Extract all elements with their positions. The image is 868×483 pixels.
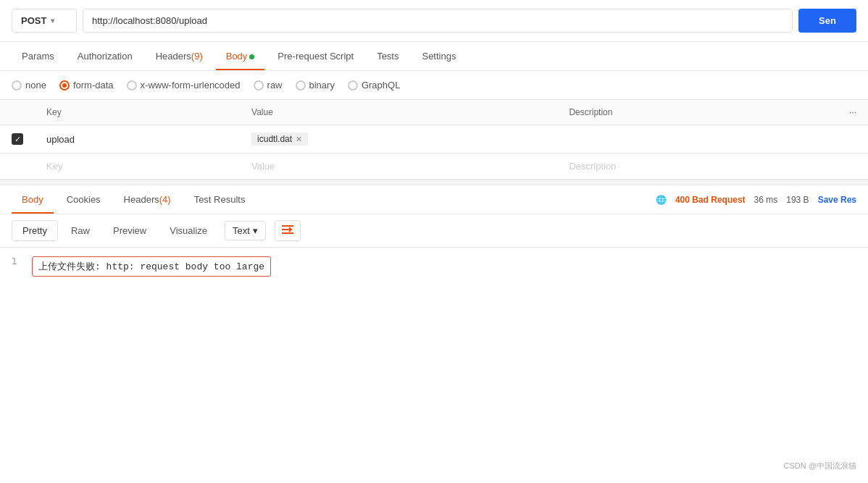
format-tab-visualize[interactable]: Visualize (159, 221, 217, 240)
wrap-icon (281, 224, 294, 235)
desc-placeholder: Description (569, 161, 616, 172)
response-status-bar: 🌐 400 Bad Request 36 ms 193 B Save Res (656, 195, 856, 205)
tab-tests[interactable]: Tests (367, 42, 409, 70)
response-text: 上传文件失败: http: request body too large (32, 256, 271, 277)
tab-cookies[interactable]: Cookies (57, 185, 111, 214)
option-raw[interactable]: raw (254, 80, 283, 91)
key-placeholder: Key (46, 161, 62, 172)
line-number: 1 (12, 256, 23, 266)
format-tab-pretty[interactable]: Pretty (12, 220, 58, 241)
option-urlencoded[interactable]: x-www-form-urlencoded (127, 80, 241, 91)
tab-authorization[interactable]: Authorization (67, 42, 143, 70)
tab-settings[interactable]: Settings (412, 42, 466, 70)
format-select[interactable]: Text ▾ (225, 221, 266, 240)
empty-more (838, 154, 868, 180)
tab-test-results[interactable]: Test Results (184, 185, 256, 214)
response-format-bar: Pretty Raw Preview Visualize Text ▾ (0, 214, 868, 248)
tab-params[interactable]: Params (12, 42, 64, 70)
tab-response-headers[interactable]: Headers(4) (114, 185, 181, 214)
tab-body[interactable]: Body (216, 42, 265, 70)
radio-raw (254, 80, 264, 91)
option-none[interactable]: none (12, 80, 46, 91)
option-form-data[interactable]: form-data (59, 80, 114, 91)
row-checkbox[interactable]: ✓ (0, 125, 35, 154)
radio-graphql (348, 80, 358, 91)
response-time: 36 ms (754, 195, 778, 205)
send-button[interactable]: Sen (798, 9, 856, 33)
url-bar: POST ▾ Sen (0, 0, 868, 42)
file-tag-close-icon[interactable]: ✕ (296, 135, 302, 144)
value-placeholder: Value (251, 161, 275, 172)
format-chevron-icon: ▾ (253, 225, 258, 236)
option-binary[interactable]: binary (296, 80, 335, 91)
status-badge: 400 Bad Request (675, 195, 746, 205)
col-key: Key (35, 100, 240, 125)
empty-row: Key Value Description (0, 154, 868, 180)
body-dot-icon (249, 54, 254, 59)
wrap-button[interactable] (275, 220, 301, 241)
table-row: ✓ upload icudtl.dat ✕ (0, 125, 868, 154)
format-tab-raw[interactable]: Raw (61, 221, 100, 240)
format-select-label: Text (233, 225, 250, 236)
format-tab-preview[interactable]: Preview (103, 221, 157, 240)
empty-description[interactable]: Description (557, 154, 838, 180)
radio-none (12, 80, 22, 91)
method-chevron-icon: ▾ (51, 17, 54, 25)
response-tabs-bar: Body Cookies Headers(4) Test Results 🌐 4… (0, 185, 868, 214)
option-graphql[interactable]: GraphQL (348, 80, 400, 91)
empty-key[interactable]: Key (35, 154, 240, 180)
body-options: none form-data x-www-form-urlencoded raw… (0, 71, 868, 100)
params-table: Key Value Description ··· ✓ upload icudt… (0, 100, 868, 180)
empty-check (0, 154, 35, 180)
response-body: 1 上传文件失败: http: request body too large (0, 248, 868, 291)
row-description[interactable] (557, 125, 838, 154)
empty-value[interactable]: Value (240, 154, 557, 180)
col-description: Description (557, 100, 838, 125)
method-select[interactable]: POST ▾ (12, 9, 77, 33)
radio-urlencoded (127, 80, 137, 91)
file-name: icudtl.dat (257, 134, 292, 144)
radio-form-data (59, 80, 70, 91)
request-tabs-bar: Params Authorization Headers(9) Body Pre… (0, 42, 868, 71)
checkbox-checked-icon: ✓ (12, 133, 23, 145)
col-check (0, 100, 35, 125)
row-value[interactable]: icudtl.dat ✕ (240, 125, 557, 154)
globe-icon: 🌐 (656, 195, 667, 205)
response-headers-badge: (4) (159, 194, 171, 205)
row-more (838, 125, 868, 154)
method-label: POST (21, 15, 46, 26)
headers-badge: (9) (191, 51, 203, 62)
tab-response-body[interactable]: Body (12, 185, 54, 214)
response-line: 1 上传文件失败: http: request body too large (12, 256, 856, 277)
row-key[interactable]: upload (35, 125, 240, 154)
url-input[interactable] (83, 9, 793, 33)
radio-binary (296, 80, 306, 91)
section-divider (0, 180, 868, 185)
col-more: ··· (838, 100, 868, 125)
file-tag: icudtl.dat ✕ (251, 133, 308, 146)
tab-pre-request[interactable]: Pre-request Script (267, 42, 364, 70)
save-res-button[interactable]: Save Res (818, 195, 856, 205)
response-size: 193 B (786, 195, 809, 205)
col-value: Value (240, 100, 557, 125)
tab-headers[interactable]: Headers(9) (146, 42, 213, 70)
